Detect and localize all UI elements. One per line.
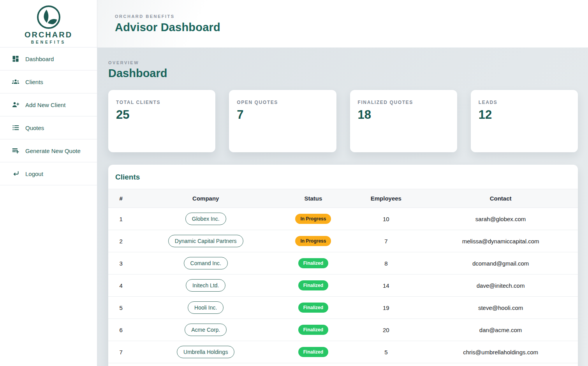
sidebar-item-logout[interactable]: Logout (0, 162, 97, 185)
row-number: 2 (108, 230, 134, 252)
list-icon (12, 124, 19, 132)
clients-table-header: # Company Status Employees Contact (108, 189, 578, 208)
clients-panel: Clients # Company Status Employees Conta… (108, 165, 578, 366)
overview-title: Dashboard (108, 67, 578, 80)
logo-tagline: BENEFITS (31, 40, 66, 44)
table-row: 4 Initech Ltd. Finalized 14 dave@initech… (108, 274, 578, 297)
overview-eyebrow: OVERVIEW (108, 60, 578, 65)
column-header-contact: Contact (423, 189, 578, 208)
contact-email: steve@hooli.com (423, 297, 578, 319)
employees-count: 19 (349, 297, 423, 319)
main-area: ORCHARD BENEFITS Advisor Dashboard OVERV… (97, 0, 588, 366)
stat-card-finalized-quotes: FINALIZED QUOTES 18 (350, 90, 457, 152)
contact-email: melissa@dynamiccapital.com (423, 230, 578, 252)
row-number: 6 (108, 319, 134, 341)
table-row: 6 Acme Corp. Finalized 20 dan@acme.com (108, 319, 578, 341)
stat-value: 25 (116, 108, 208, 122)
stat-value: 7 (237, 108, 328, 122)
employees-count: 10 (349, 208, 423, 230)
contact-email: dcomand@gmail.com (423, 252, 578, 274)
sidebar-item-label: Dashboard (25, 56, 54, 62)
sidebar-item-generate-new-quote[interactable]: Generate New Quote (0, 139, 97, 162)
column-header-employees: Employees (349, 189, 423, 208)
employees-count: 5 (349, 341, 423, 363)
header-eyebrow: ORCHARD BENEFITS (115, 14, 588, 19)
logout-return-icon (12, 170, 19, 178)
company-button[interactable]: Dynamic Capital Partners (168, 235, 243, 247)
company-button[interactable]: Hooli Inc. (188, 301, 224, 314)
table-row: 3 Comand Inc. Finalized 8 dcomand@gmail.… (108, 252, 578, 274)
company-button[interactable]: Acme Corp. (185, 324, 227, 336)
row-number: 1 (108, 208, 134, 230)
sidebar-item-label: Add New Client (25, 102, 65, 108)
stat-label: TOTAL CLIENTS (116, 100, 208, 105)
sidebar-item-add-new-client[interactable]: Add New Client (0, 93, 97, 116)
sidebar-item-label: Clients (25, 79, 43, 85)
stat-card-total-clients: TOTAL CLIENTS 25 (108, 90, 215, 152)
employees-count: 7 (349, 230, 423, 252)
employees-count: 14 (349, 274, 423, 297)
stat-card-open-quotes: OPEN QUOTES 7 (229, 90, 336, 152)
status-badge: In Progress (295, 236, 331, 246)
row-number: 7 (108, 341, 134, 363)
column-header-company: Company (134, 189, 278, 208)
company-button[interactable]: Umbrella Holdings (177, 346, 234, 358)
playlist-add-icon (12, 147, 19, 155)
people-group-icon (12, 78, 19, 86)
person-add-icon (12, 101, 19, 109)
status-badge: In Progress (295, 214, 331, 224)
clients-table: # Company Status Employees Contact 1 Glo… (108, 189, 578, 366)
sidebar-item-label: Generate New Quote (25, 148, 81, 154)
orchard-benefits-logo: ORCHARD BENEFITS (0, 0, 97, 48)
table-row (108, 363, 578, 366)
stat-label: OPEN QUOTES (237, 100, 328, 105)
sidebar-item-quotes[interactable]: Quotes (0, 116, 97, 139)
column-header-status: Status (278, 189, 349, 208)
employees-count: 8 (349, 252, 423, 274)
content-area: OVERVIEW Dashboard TOTAL CLIENTS 25 OPEN… (97, 48, 588, 366)
column-header-num: # (108, 189, 134, 208)
status-badge: Finalized (298, 347, 328, 357)
status-badge: Finalized (298, 280, 328, 290)
row-number: 5 (108, 297, 134, 319)
stat-card-leads: LEADS 12 (471, 90, 578, 152)
clients-panel-title: Clients (108, 165, 578, 189)
row-number: 4 (108, 274, 134, 297)
leaf-circle-logo-icon (36, 5, 61, 30)
contact-email: sarah@globex.com (423, 208, 578, 230)
table-row: 2 Dynamic Capital Partners In Progress 7… (108, 230, 578, 252)
row-number: 3 (108, 252, 134, 274)
employees-count: 20 (349, 319, 423, 341)
overview-section: OVERVIEW Dashboard (108, 60, 578, 80)
sidebar: ORCHARD BENEFITS Dashboard (0, 0, 97, 366)
stat-value: 18 (358, 108, 449, 122)
stats-row: TOTAL CLIENTS 25 OPEN QUOTES 7 FINALIZED… (108, 90, 578, 152)
status-badge: Finalized (298, 325, 328, 335)
dashboard-grid-icon (12, 55, 19, 63)
table-row: 7 Umbrella Holdings Finalized 5 chris@um… (108, 341, 578, 363)
contact-email: dave@initech.com (423, 274, 578, 297)
status-badge: Finalized (298, 303, 328, 313)
company-button[interactable]: Comand Inc. (184, 257, 228, 269)
top-header: ORCHARD BENEFITS Advisor Dashboard (97, 0, 588, 48)
contact-email: dan@acme.com (423, 319, 578, 341)
company-button[interactable]: Globex Inc. (185, 213, 226, 225)
stat-label: LEADS (479, 100, 570, 105)
sidebar-item-label: Logout (25, 171, 43, 177)
stat-label: FINALIZED QUOTES (358, 100, 449, 105)
table-row: 1 Globex Inc. In Progress 10 sarah@globe… (108, 208, 578, 230)
status-badge: Finalized (298, 258, 328, 268)
sidebar-item-clients[interactable]: Clients (0, 70, 97, 93)
company-button[interactable]: Initech Ltd. (186, 279, 226, 292)
table-row: 5 Hooli Inc. Finalized 19 steve@hooli.co… (108, 297, 578, 319)
stat-value: 12 (479, 108, 570, 122)
sidebar-item-dashboard[interactable]: Dashboard (0, 48, 97, 70)
sidebar-item-label: Quotes (25, 125, 44, 131)
contact-email: chris@umbrellaholdings.com (423, 341, 578, 363)
page-title: Advisor Dashboard (115, 21, 588, 34)
logo-wordmark: ORCHARD (25, 30, 72, 39)
sidebar-nav: Dashboard Clients (0, 48, 97, 185)
